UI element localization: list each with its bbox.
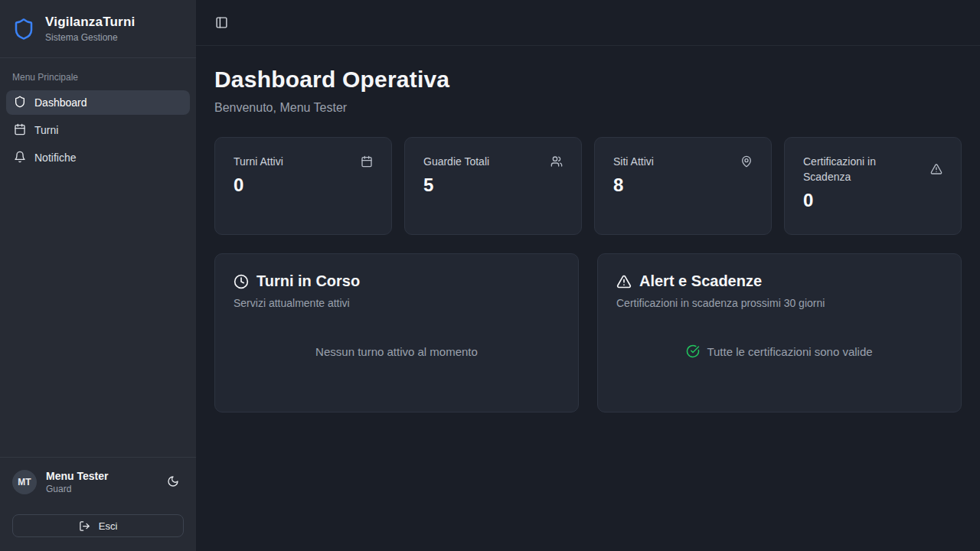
sidebar-footer: MT Menu Tester Guard Esci	[0, 457, 196, 551]
stat-label: Siti Attivi	[613, 154, 654, 169]
panel-alert-scadenze: Alert e Scadenze Certificazioni in scade…	[597, 253, 962, 412]
logo-text: VigilanzaTurni Sistema Gestione	[45, 15, 135, 43]
stat-card-siti-attivi: Siti Attivi 0 8	[594, 137, 772, 235]
logout-button[interactable]: Esci	[12, 514, 184, 537]
stat-value: 0	[234, 174, 373, 196]
topbar	[196, 0, 980, 46]
stat-card-guardie-totali: Guardie Totali 5	[404, 137, 582, 235]
panel-turni-in-corso: Turni in Corso Servizi attualmente attiv…	[214, 253, 579, 412]
panel-subtitle: Servizi attualmente attivi	[234, 297, 560, 309]
sidebar-item-turni[interactable]: Turni	[6, 118, 190, 142]
sidebar-item-label: Turni	[34, 124, 58, 136]
app-root: VigilanzaTurni Sistema Gestione Menu Pri…	[0, 0, 980, 551]
stat-card-turni-attivi: Turni Attivi 0	[214, 137, 392, 235]
panel-title-row: Turni in Corso	[234, 272, 560, 290]
sidebar-item-notifiche[interactable]: Notifiche	[6, 145, 190, 170]
stat-card-header: Turni Attivi	[234, 154, 373, 169]
empty-message: Nessun turno attivo al momento	[315, 345, 478, 358]
shield-logo-icon	[12, 18, 35, 41]
empty-message: Tutte le certificazioni sono valide	[707, 345, 872, 358]
sidebar-item-label: Notifiche	[34, 152, 76, 164]
sidebar-header: VigilanzaTurni Sistema Gestione	[0, 0, 196, 58]
logout-label: Esci	[99, 520, 118, 532]
stat-label: Turni Attivi	[234, 154, 283, 169]
sidebar: VigilanzaTurni Sistema Gestione Menu Pri…	[0, 0, 196, 551]
page-content: Dashboard Operativa Benvenuto, Menu Test…	[196, 46, 980, 431]
stat-label: Guardie Totali	[423, 154, 489, 169]
panel-left-icon	[215, 16, 228, 29]
clock-icon	[234, 274, 249, 289]
moon-icon	[167, 475, 179, 490]
panel-subtitle: Certificazioni in scadenza prossimi 30 g…	[616, 297, 942, 309]
sidebar-menu: Dashboard Turni Notifiche	[0, 90, 196, 170]
avatar: MT	[12, 470, 37, 494]
log-out-icon	[79, 520, 90, 532]
sidebar-item-dashboard[interactable]: Dashboard	[6, 90, 190, 115]
bell-icon	[14, 151, 26, 165]
panel-title-row: Alert e Scadenze	[616, 272, 942, 290]
stat-value: 5	[423, 174, 563, 196]
app-title: VigilanzaTurni	[45, 15, 135, 30]
user-name: Menu Tester	[46, 470, 108, 482]
panel-title: Turni in Corso	[256, 272, 360, 290]
user-role: Guard	[46, 484, 108, 494]
stat-card-header: Guardie Totali	[423, 154, 563, 169]
panel-empty-state: Tutte le certificazioni sono valide	[616, 309, 942, 393]
shield-icon	[14, 96, 26, 110]
panel-title: Alert e Scadenze	[639, 272, 762, 290]
stat-card-header: Siti Attivi	[613, 154, 753, 169]
stat-value: 0	[803, 190, 942, 211]
stat-card-certificazioni: Certificazioni in Scadenza 0	[784, 137, 962, 235]
map-pin-icon	[740, 155, 753, 168]
calendar-icon	[361, 155, 373, 168]
theme-toggle-button[interactable]	[162, 471, 184, 493]
sidebar-toggle-button[interactable]	[211, 13, 231, 33]
stat-card-header: Certificazioni in Scadenza	[803, 154, 942, 184]
user-card: MT Menu Tester Guard	[12, 464, 184, 500]
app-tagline: Sistema Gestione	[45, 32, 135, 43]
page-title: Dashboard Operativa	[214, 67, 962, 93]
circle-check-icon	[686, 344, 700, 358]
sidebar-item-label: Dashboard	[34, 96, 87, 109]
sidebar-section-label: Menu Principale	[12, 72, 184, 83]
users-icon	[550, 155, 563, 168]
panel-empty-state: Nessun turno attivo al momento	[234, 309, 560, 393]
welcome-text: Benvenuto, Menu Tester	[214, 101, 962, 115]
user-meta: Menu Tester Guard	[46, 470, 108, 494]
alert-triangle-icon	[616, 274, 632, 289]
stat-value: 8	[613, 174, 753, 196]
main-area: Dashboard Operativa Benvenuto, Menu Test…	[196, 0, 980, 551]
calendar-icon	[14, 123, 26, 138]
stat-label: Certificazioni in Scadenza	[803, 154, 921, 184]
alert-triangle-icon	[930, 163, 942, 175]
stats-grid: Turni Attivi 0 Guardie Totali 5	[214, 137, 962, 235]
panels-grid: Turni in Corso Servizi attualmente attiv…	[214, 253, 962, 412]
